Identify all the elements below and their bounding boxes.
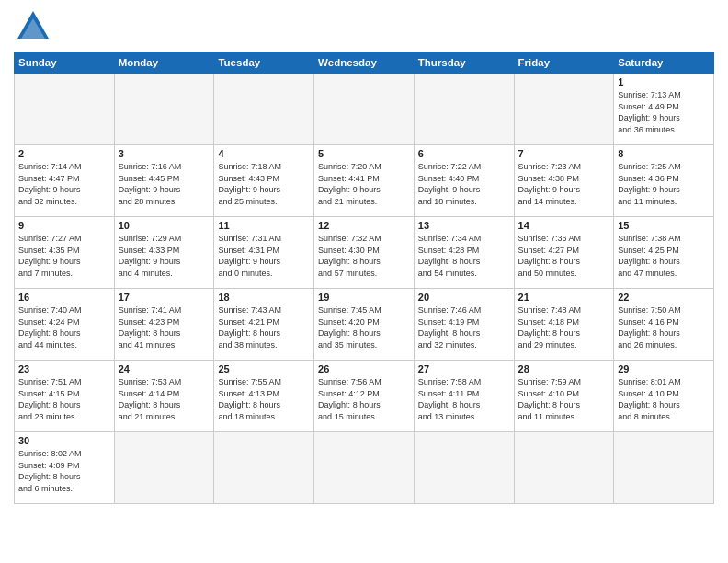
day-info: Sunrise: 7:20 AM Sunset: 4:41 PM Dayligh… — [318, 161, 410, 207]
logo-icon — [14, 9, 52, 44]
day-number: 12 — [318, 220, 410, 231]
calendar-cell: 29Sunrise: 8:01 AM Sunset: 4:10 PM Dayli… — [614, 361, 714, 432]
calendar-cell: 3Sunrise: 7:16 AM Sunset: 4:45 PM Daylig… — [114, 145, 214, 217]
calendar-cell: 20Sunrise: 7:46 AM Sunset: 4:19 PM Dayli… — [414, 289, 514, 361]
day-info: Sunrise: 7:41 AM Sunset: 4:23 PM Dayligh… — [119, 304, 210, 350]
day-info: Sunrise: 7:45 AM Sunset: 4:20 PM Dayligh… — [318, 304, 410, 350]
day-info: Sunrise: 7:32 AM Sunset: 4:30 PM Dayligh… — [318, 233, 410, 279]
calendar-cell: 28Sunrise: 7:59 AM Sunset: 4:10 PM Dayli… — [514, 361, 614, 432]
day-info: Sunrise: 7:40 AM Sunset: 4:24 PM Dayligh… — [18, 304, 110, 350]
calendar-cell: 22Sunrise: 7:50 AM Sunset: 4:16 PM Dayli… — [614, 289, 714, 361]
day-number: 15 — [618, 220, 710, 231]
logo — [14, 9, 56, 44]
day-info: Sunrise: 7:29 AM Sunset: 4:33 PM Dayligh… — [119, 233, 210, 279]
calendar-header-saturday: Saturday — [614, 52, 714, 74]
calendar-cell — [214, 74, 314, 145]
day-number: 21 — [518, 292, 610, 303]
day-number: 6 — [418, 148, 510, 159]
calendar-cell: 8Sunrise: 7:25 AM Sunset: 4:36 PM Daylig… — [614, 145, 714, 217]
calendar-cell: 13Sunrise: 7:34 AM Sunset: 4:28 PM Dayli… — [414, 217, 514, 289]
day-info: Sunrise: 7:25 AM Sunset: 4:36 PM Dayligh… — [618, 161, 710, 207]
day-info: Sunrise: 7:55 AM Sunset: 4:13 PM Dayligh… — [218, 376, 310, 422]
calendar-cell: 16Sunrise: 7:40 AM Sunset: 4:24 PM Dayli… — [15, 289, 115, 361]
day-info: Sunrise: 7:50 AM Sunset: 4:16 PM Dayligh… — [618, 304, 710, 350]
calendar-header-thursday: Thursday — [414, 52, 514, 74]
day-number: 7 — [518, 148, 610, 159]
calendar-cell: 14Sunrise: 7:36 AM Sunset: 4:27 PM Dayli… — [514, 217, 614, 289]
day-number: 28 — [518, 363, 610, 374]
day-info: Sunrise: 7:59 AM Sunset: 4:10 PM Dayligh… — [518, 376, 610, 422]
calendar-cell — [214, 432, 314, 504]
day-number: 4 — [218, 148, 310, 159]
day-number: 25 — [218, 363, 310, 374]
day-info: Sunrise: 7:18 AM Sunset: 4:43 PM Dayligh… — [218, 161, 310, 207]
day-info: Sunrise: 7:13 AM Sunset: 4:49 PM Dayligh… — [618, 89, 710, 135]
calendar-cell — [314, 74, 415, 145]
calendar-cell: 18Sunrise: 7:43 AM Sunset: 4:21 PM Dayli… — [214, 289, 314, 361]
calendar-cell: 5Sunrise: 7:20 AM Sunset: 4:41 PM Daylig… — [314, 145, 415, 217]
day-info: Sunrise: 7:38 AM Sunset: 4:25 PM Dayligh… — [618, 233, 710, 279]
calendar: SundayMondayTuesdayWednesdayThursdayFrid… — [14, 52, 714, 504]
page: SundayMondayTuesdayWednesdayThursdayFrid… — [0, 0, 728, 563]
day-number: 24 — [119, 363, 210, 374]
day-number: 23 — [18, 363, 110, 374]
calendar-header-tuesday: Tuesday — [214, 52, 314, 74]
day-number: 17 — [119, 292, 210, 303]
day-number: 8 — [618, 148, 710, 159]
calendar-cell — [114, 74, 214, 145]
calendar-cell — [114, 432, 214, 504]
day-number: 13 — [418, 220, 510, 231]
day-number: 26 — [318, 363, 410, 374]
calendar-header-wednesday: Wednesday — [314, 52, 415, 74]
day-number: 29 — [618, 363, 710, 374]
calendar-cell: 15Sunrise: 7:38 AM Sunset: 4:25 PM Dayli… — [614, 217, 714, 289]
day-info: Sunrise: 7:58 AM Sunset: 4:11 PM Dayligh… — [418, 376, 510, 422]
day-info: Sunrise: 7:16 AM Sunset: 4:45 PM Dayligh… — [119, 161, 210, 207]
calendar-cell: 4Sunrise: 7:18 AM Sunset: 4:43 PM Daylig… — [214, 145, 314, 217]
day-info: Sunrise: 7:56 AM Sunset: 4:12 PM Dayligh… — [318, 376, 410, 422]
calendar-cell: 12Sunrise: 7:32 AM Sunset: 4:30 PM Dayli… — [314, 217, 415, 289]
day-number: 11 — [218, 220, 310, 231]
calendar-cell: 21Sunrise: 7:48 AM Sunset: 4:18 PM Dayli… — [514, 289, 614, 361]
calendar-cell: 19Sunrise: 7:45 AM Sunset: 4:20 PM Dayli… — [314, 289, 415, 361]
calendar-cell: 2Sunrise: 7:14 AM Sunset: 4:47 PM Daylig… — [15, 145, 115, 217]
day-info: Sunrise: 7:14 AM Sunset: 4:47 PM Dayligh… — [18, 161, 110, 207]
day-info: Sunrise: 7:43 AM Sunset: 4:21 PM Dayligh… — [218, 304, 310, 350]
calendar-cell — [15, 74, 115, 145]
day-number: 10 — [119, 220, 210, 231]
calendar-cell — [414, 74, 514, 145]
calendar-cell: 6Sunrise: 7:22 AM Sunset: 4:40 PM Daylig… — [414, 145, 514, 217]
day-number: 30 — [18, 435, 110, 446]
calendar-header-row: SundayMondayTuesdayWednesdayThursdayFrid… — [15, 52, 714, 74]
calendar-cell — [514, 74, 614, 145]
calendar-cell: 26Sunrise: 7:56 AM Sunset: 4:12 PM Dayli… — [314, 361, 415, 432]
day-info: Sunrise: 7:51 AM Sunset: 4:15 PM Dayligh… — [18, 376, 110, 422]
day-info: Sunrise: 8:01 AM Sunset: 4:10 PM Dayligh… — [618, 376, 710, 422]
day-info: Sunrise: 7:53 AM Sunset: 4:14 PM Dayligh… — [119, 376, 210, 422]
header — [14, 9, 714, 44]
calendar-cell — [314, 432, 415, 504]
calendar-header-monday: Monday — [114, 52, 214, 74]
calendar-cell: 9Sunrise: 7:27 AM Sunset: 4:35 PM Daylig… — [15, 217, 115, 289]
day-info: Sunrise: 7:46 AM Sunset: 4:19 PM Dayligh… — [418, 304, 510, 350]
day-info: Sunrise: 7:31 AM Sunset: 4:31 PM Dayligh… — [218, 233, 310, 279]
calendar-cell: 24Sunrise: 7:53 AM Sunset: 4:14 PM Dayli… — [114, 361, 214, 432]
calendar-cell: 17Sunrise: 7:41 AM Sunset: 4:23 PM Dayli… — [114, 289, 214, 361]
calendar-cell: 10Sunrise: 7:29 AM Sunset: 4:33 PM Dayli… — [114, 217, 214, 289]
day-info: Sunrise: 8:02 AM Sunset: 4:09 PM Dayligh… — [18, 448, 110, 494]
calendar-cell: 30Sunrise: 8:02 AM Sunset: 4:09 PM Dayli… — [15, 432, 115, 504]
calendar-cell — [414, 432, 514, 504]
day-number: 18 — [218, 292, 310, 303]
calendar-cell: 25Sunrise: 7:55 AM Sunset: 4:13 PM Dayli… — [214, 361, 314, 432]
day-info: Sunrise: 7:27 AM Sunset: 4:35 PM Dayligh… — [18, 233, 110, 279]
day-number: 2 — [18, 148, 110, 159]
calendar-cell: 1Sunrise: 7:13 AM Sunset: 4:49 PM Daylig… — [614, 74, 714, 145]
calendar-header-sunday: Sunday — [15, 52, 115, 74]
calendar-cell: 27Sunrise: 7:58 AM Sunset: 4:11 PM Dayli… — [414, 361, 514, 432]
day-info: Sunrise: 7:34 AM Sunset: 4:28 PM Dayligh… — [418, 233, 510, 279]
day-info: Sunrise: 7:22 AM Sunset: 4:40 PM Dayligh… — [418, 161, 510, 207]
day-number: 20 — [418, 292, 510, 303]
calendar-cell: 11Sunrise: 7:31 AM Sunset: 4:31 PM Dayli… — [214, 217, 314, 289]
day-info: Sunrise: 7:36 AM Sunset: 4:27 PM Dayligh… — [518, 233, 610, 279]
day-number: 22 — [618, 292, 710, 303]
